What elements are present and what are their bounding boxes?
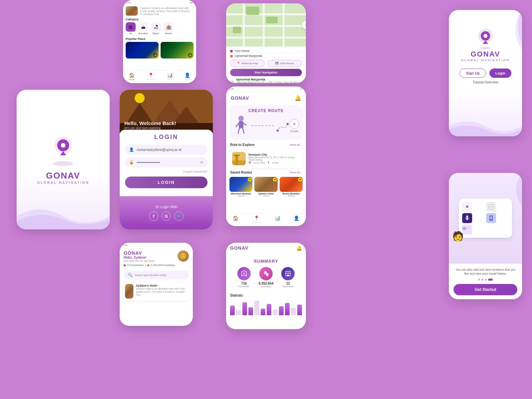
monument-name: Monumen Nasional — [229, 193, 252, 195]
status-bar-create: 9:41 ▪▪▪ — [226, 86, 306, 91]
popular-card-1[interactable]: ★ — [126, 42, 159, 59]
phone-map: › 📍 select by map 💾 Save Route Start Nav… — [226, 3, 306, 83]
bar-6 — [267, 304, 271, 315]
svg-rect-35 — [489, 205, 491, 206]
phone-tutorial: ✕ — [449, 173, 522, 299]
popular-card-2[interactable]: ★ — [161, 42, 194, 59]
star-icon-2: ★ — [273, 178, 277, 182]
sign-up-button[interactable]: Sign Up — [460, 68, 486, 78]
saved-route-3[interactable]: ★ Bromo Mountain Malang — [280, 177, 303, 197]
star-icon-3: ★ — [298, 178, 302, 182]
bar-2 — [242, 302, 247, 315]
nav-stats-create[interactable]: 📊 — [275, 215, 280, 223]
route-from-field[interactable] — [235, 49, 302, 53]
nav-stats[interactable]: 📊 Stats — [167, 72, 173, 80]
get-started-button[interactable]: Get Started — [454, 284, 517, 295]
login-title: LOGIN — [125, 134, 207, 141]
wave-decoration — [495, 10, 522, 50]
calendar-icon: 📅 — [248, 162, 251, 164]
saved-routes-title: Saved Routes — [230, 171, 252, 174]
all-icon: ⊞ — [126, 22, 136, 32]
saved-route-1[interactable]: ★ Monumen Nasional Jakarta — [229, 177, 252, 197]
facebook-icon[interactable]: f — [149, 211, 158, 221]
bottom-nav-home: 🏠 Home 📍 My Routes 📊 Stats 👤 Profile — [123, 70, 196, 83]
progress-dots — [454, 279, 517, 281]
notification-icon[interactable]: 🔔 — [295, 95, 301, 101]
nav-home[interactable]: 🏠 Home — [129, 72, 135, 80]
password-input[interactable] — [137, 161, 198, 164]
eye-icon[interactable]: 👁 — [200, 161, 203, 164]
map-nav-arrow[interactable]: › — [302, 21, 306, 29]
phone-create-route: 9:41 ▪▪▪ GONAV 🔔 CREATE ROUTE — [226, 86, 306, 226]
bar-0 — [230, 306, 235, 315]
explore-show-all[interactable]: Show all... — [290, 143, 302, 146]
nav-home-create[interactable]: 🏠 — [233, 215, 238, 223]
category-all[interactable]: ⊞ All — [126, 22, 136, 35]
stats-icon: 📊 — [167, 72, 173, 78]
create-route-button[interactable]: + — [289, 119, 299, 129]
twitter-icon[interactable]: 🐦 — [174, 211, 184, 221]
hotel-card-info: Zydane's Hotel Zydane's Hotel is an affo… — [136, 284, 188, 299]
bromo-location: Malang — [280, 195, 303, 197]
notif-icon-stats[interactable]: 🔔 — [296, 245, 302, 251]
summary-title: SUMMARY — [232, 259, 300, 264]
home-nav-icon: 🏠 — [233, 215, 238, 221]
forgot-password-link[interactable]: Forgot Password? — [125, 170, 207, 173]
email-input[interactable] — [137, 148, 203, 152]
dest-value: 12 — [281, 282, 295, 285]
login-submit-button[interactable]: LOGIN — [125, 177, 207, 188]
nav-myroutes-create[interactable]: 📍 My Routes — [252, 215, 261, 223]
svg-rect-31 — [287, 273, 288, 274]
svg-point-39 — [466, 215, 468, 217]
category-beach[interactable]: 🏖 Beach — [151, 22, 161, 35]
category-resort[interactable]: 🏨 Resort — [164, 22, 174, 35]
resort-icon: 🏨 — [164, 22, 174, 32]
svg-line-17 — [236, 123, 239, 127]
routes-icon: 📍 — [148, 72, 154, 78]
splash-pin-icon — [52, 135, 75, 161]
hotel-name: Zydane's Hotel — [254, 193, 277, 195]
select-by-map-button[interactable]: 📍 select by map — [230, 60, 265, 67]
explore-card[interactable]: Senayan City Jalan Asia Afrika No 19. RT… — [229, 149, 303, 168]
route-to-input — [230, 54, 302, 58]
save-route-button[interactable]: 💾 Save Route — [267, 60, 302, 67]
saved-routes-row: ★ Monumen Nasional Jakarta ★ Zydane's Ho… — [226, 176, 306, 198]
popular-title: Popular Place — [126, 37, 194, 41]
bar-5 — [261, 309, 265, 315]
map-icon — [240, 270, 248, 277]
tut-cell-4 — [486, 213, 496, 223]
tutorial-overview-link[interactable]: Tutorial Overview — [472, 80, 498, 84]
lock-icon: 🔒 — [129, 160, 134, 165]
phone-stats: GONAV 🔔 SUMMARY 716 Km/month — [226, 243, 306, 329]
stats-circles: 716 Km/month 5.352.654 Footsteps — [232, 265, 300, 290]
svg-rect-41 — [465, 218, 466, 218]
nav-profile[interactable]: 👤 Profile — [185, 72, 190, 80]
map-patch — [233, 27, 241, 33]
walking-person-icon — [233, 115, 249, 135]
search-input[interactable] — [135, 274, 185, 277]
category-mountain[interactable]: ⛰ Mountain — [138, 22, 148, 35]
google-icon[interactable]: G — [162, 211, 171, 221]
saved-route-2[interactable]: ★ Zydane's Hotel Jakarta — [254, 177, 277, 197]
start-navigation-button[interactable]: Start Navigation — [230, 69, 302, 76]
bromo-name: Bromo Mountain — [280, 193, 303, 195]
nav-profile-create[interactable]: 👤 — [294, 215, 299, 223]
route-to-field[interactable] — [235, 54, 302, 58]
profile-stats: 12 Destination | 5.352.654 Footsteps — [124, 264, 189, 267]
star-icon-1: ★ — [248, 178, 252, 182]
stats-header: GONAV 🔔 — [226, 243, 306, 253]
gonav-logo: GONAV — [231, 95, 249, 101]
hotel-card[interactable]: Zydane's Hotel Zydane's Hotel is an affo… — [123, 282, 190, 301]
login-button[interactable]: Login — [489, 68, 511, 78]
senayan-image — [232, 152, 246, 165]
svg-rect-26 — [234, 155, 240, 156]
search-bar: 🔍 — [124, 271, 189, 279]
nav-routes[interactable]: 📍 My Routes — [146, 72, 156, 80]
clock-icon: 🕐 — [230, 80, 234, 83]
divider-1 — [254, 271, 255, 284]
svg-rect-46 — [463, 227, 466, 230]
bar-4 — [254, 301, 259, 315]
saved-show-all[interactable]: Show all... — [290, 171, 302, 174]
dot-4-active — [488, 279, 493, 281]
monument-location: Jakarta — [229, 195, 252, 197]
